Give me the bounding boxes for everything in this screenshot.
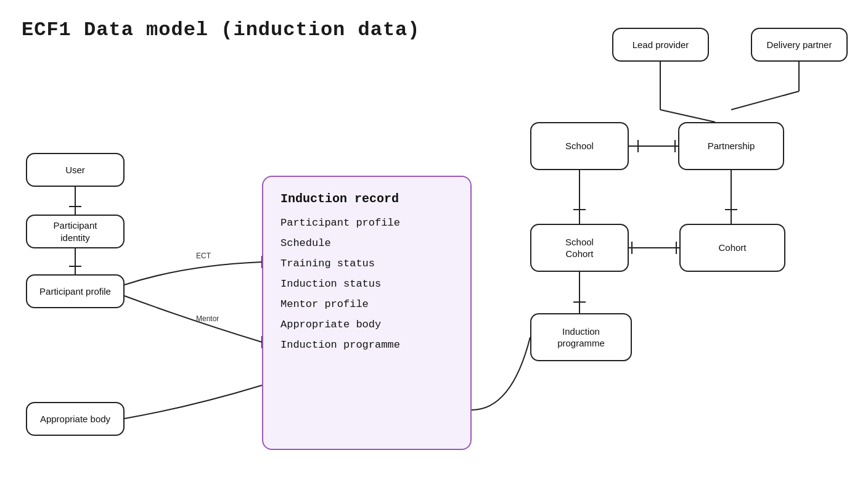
box-induction-programme: Induction programme (530, 313, 632, 361)
box-school: School (530, 122, 629, 170)
svg-line-2 (731, 91, 799, 110)
ir-item-3: Training status (280, 258, 453, 269)
box-lead-provider: Lead provider (612, 28, 709, 62)
box-partnership: Partnership (678, 122, 784, 170)
ir-item-4: Induction status (280, 278, 453, 290)
ir-item-2: Schedule (280, 237, 453, 249)
box-participant-identity: Participant identity (26, 215, 125, 248)
induction-record-title: Induction record (280, 192, 453, 206)
box-user: User (26, 153, 125, 187)
box-appropriate-body: Appropriate body (26, 402, 125, 436)
ir-item-1: Participant profile (280, 217, 453, 229)
box-delivery-partner: Delivery partner (751, 28, 848, 62)
ir-item-7: Induction programme (280, 339, 453, 351)
label-ect: ECT (196, 252, 211, 260)
diagram-container: ECF1 Data model (induction data) (0, 0, 868, 487)
ir-item-6: Appropriate body (280, 319, 453, 330)
label-mentor: Mentor (196, 314, 219, 323)
page-title: ECF1 Data model (induction data) (22, 18, 420, 41)
box-induction-record: Induction record Participant profile Sch… (262, 176, 472, 450)
box-school-cohort: School Cohort (530, 224, 629, 272)
svg-line-3 (660, 110, 715, 122)
box-participant-profile: Participant profile (26, 274, 125, 308)
ir-item-5: Mentor profile (280, 298, 453, 310)
box-cohort: Cohort (679, 224, 785, 272)
